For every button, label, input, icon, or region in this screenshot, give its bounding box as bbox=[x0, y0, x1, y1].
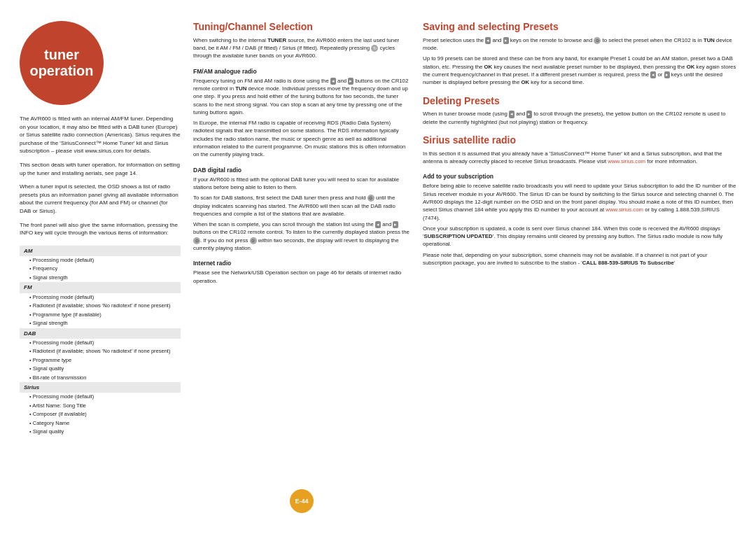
info-item: • Composer (if available) bbox=[20, 410, 181, 419]
add-text3: Please note that, depending on your subs… bbox=[423, 251, 736, 267]
info-item-row: • Composer (if available) bbox=[20, 410, 181, 419]
info-item: • Radiotext (if available; shows 'No rad… bbox=[20, 302, 181, 311]
saving-title: Saving and selecting Presets bbox=[423, 21, 736, 33]
info-item-row: • Radiotext (if available; shows 'No rad… bbox=[20, 302, 181, 311]
info-item: • Programme type bbox=[20, 356, 181, 365]
info-item-row: • Signal quality bbox=[20, 428, 181, 437]
info-item-row: • Programme type (if available) bbox=[20, 311, 181, 320]
deleting-title: Deleting Presets bbox=[423, 95, 736, 107]
info-item-row: • Radiotext (if available; shows 'No rad… bbox=[20, 347, 181, 356]
info-item: • Radiotext (if available; shows 'No rad… bbox=[20, 347, 181, 356]
info-item-row: • Signal quality bbox=[20, 365, 181, 374]
info-item-row: • Processing mode (default) bbox=[20, 393, 181, 402]
fm-am-text: Frequency tuning on FM and AM radio is d… bbox=[193, 77, 410, 116]
dab-text: If your AVR600 is fitted with the option… bbox=[193, 176, 410, 192]
info-section-header: DAB bbox=[20, 328, 181, 339]
add-subscription-title: Add to your subscription bbox=[423, 173, 736, 180]
intro-para3: When a tuner input is selected, the OSD … bbox=[20, 183, 181, 215]
fm-am-text2: In Europe, the internal FM radio is capa… bbox=[193, 119, 410, 158]
info-item: • Signal strength bbox=[20, 319, 181, 328]
deleting-text: When in tuner browse mode (using ◂ and ▸… bbox=[423, 110, 736, 126]
page-number: E-44 bbox=[290, 489, 314, 513]
dab-text3: When the scan is complete, you can scrol… bbox=[193, 220, 410, 252]
info-item: • Processing mode (default) bbox=[20, 393, 181, 402]
info-item-row: • Artist Name: Song Title bbox=[20, 402, 181, 411]
saving-text2: Up to 99 presets can be stored and these… bbox=[423, 55, 736, 86]
fm-am-title: FM/AM analogue radio bbox=[193, 68, 410, 75]
intro-para4: The front panel will also give the same … bbox=[20, 221, 181, 237]
sirius-title: Sirius satellite radio bbox=[423, 134, 736, 146]
info-item: • Bit-rate of transmission bbox=[20, 374, 181, 383]
add-text1: Before being able to receive satellite r… bbox=[423, 182, 736, 221]
info-item-row: • Bit-rate of transmission bbox=[20, 374, 181, 383]
dab-text2: To scan for DAB stations, first select t… bbox=[193, 194, 410, 218]
info-item: • Signal strength bbox=[20, 274, 181, 283]
info-item: • Processing mode (default) bbox=[20, 293, 181, 302]
info-item: • Programme type (if available) bbox=[20, 311, 181, 320]
info-section-header: Sirius bbox=[20, 382, 181, 393]
tuning-intro: When switching to the internal TUNER sou… bbox=[193, 36, 410, 60]
intro-para2: This section deals with tuner operation,… bbox=[20, 161, 181, 177]
internet-title: Internet radio bbox=[193, 260, 410, 267]
badge-line2: operation bbox=[29, 63, 93, 79]
page: tuner operation The AVR600 is fitted wit… bbox=[0, 0, 756, 534]
info-item-row: • Processing mode (default) bbox=[20, 256, 181, 265]
info-item-row: • Signal strength bbox=[20, 274, 181, 283]
add-text2: Once your subscription is updated, a cod… bbox=[423, 225, 736, 248]
info-table: AM• Processing mode (default)• Frequency… bbox=[20, 246, 181, 437]
saving-text1: Preset selection uses the ◂ and ▸ keys o… bbox=[423, 36, 736, 52]
info-item: • Artist Name: Song Title bbox=[20, 402, 181, 411]
internet-text: Please see the Network/USB Operation sec… bbox=[193, 269, 410, 285]
left-column: tuner operation The AVR600 is fitted wit… bbox=[20, 21, 181, 513]
info-item: • Signal quality bbox=[20, 365, 181, 374]
badge-circle: tuner operation bbox=[20, 21, 104, 105]
sirius-text1: In this section it is assumed that you a… bbox=[423, 150, 736, 166]
info-item: • Processing mode (default) bbox=[20, 339, 181, 348]
info-item-row: • Programme type bbox=[20, 356, 181, 365]
info-item-row: • Category Name bbox=[20, 419, 181, 428]
info-section-header: AM bbox=[20, 246, 181, 256]
right-column: Saving and selecting Presets Preset sele… bbox=[423, 21, 736, 513]
info-item-row: • Frequency bbox=[20, 265, 181, 274]
info-item-row: • Signal strength bbox=[20, 319, 181, 328]
info-item-row: • Processing mode (default) bbox=[20, 293, 181, 302]
badge-line1: tuner bbox=[44, 47, 79, 63]
info-item: • Frequency bbox=[20, 265, 181, 274]
tuning-title: Tuning/Channel Selection bbox=[193, 21, 410, 33]
info-item: • Processing mode (default) bbox=[20, 256, 181, 265]
intro-para1: The AVR600 is fitted with an internal AM… bbox=[20, 115, 181, 155]
middle-column: Tuning/Channel Selection When switching … bbox=[193, 21, 410, 513]
dab-title: DAB digital radio bbox=[193, 167, 410, 174]
info-item: • Signal quality bbox=[20, 428, 181, 437]
info-section-header: FM bbox=[20, 282, 181, 293]
info-item: • Category Name bbox=[20, 419, 181, 428]
info-item-row: • Processing mode (default) bbox=[20, 339, 181, 348]
